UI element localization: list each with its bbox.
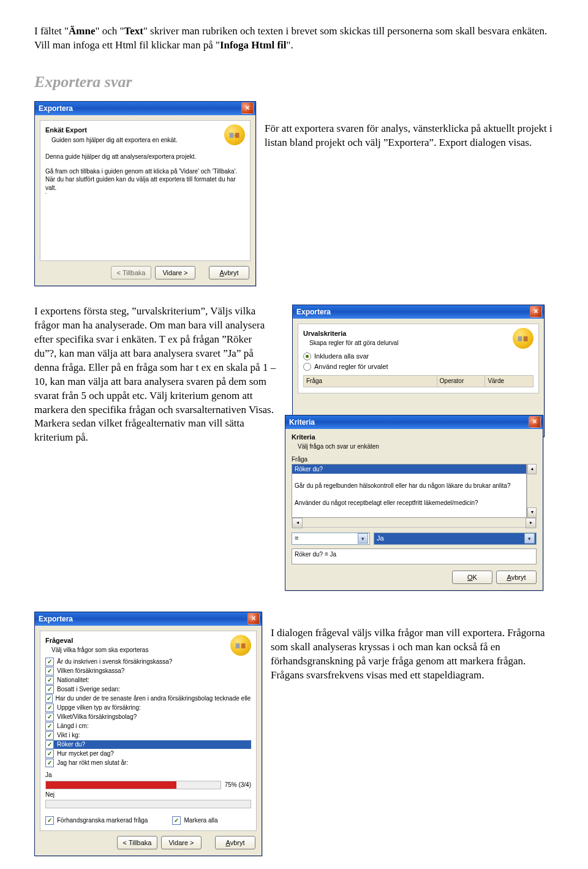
ok-button[interactable]: OK — [452, 571, 492, 584]
list-item-label: Längd i cm: — [57, 722, 89, 730]
close-icon[interactable]: × — [529, 416, 541, 428]
checkbox-icon[interactable]: ✓ — [45, 713, 54, 721]
value-dropdown[interactable]: Ja ▾ — [374, 533, 537, 545]
list-item[interactable]: ✓Vilken försäkringskassa? — [45, 667, 251, 675]
list-item-label: Uppge vilken typ av försäkring: — [57, 704, 141, 712]
radio-include-all[interactable]: Inkludera alla svar — [303, 352, 533, 361]
radio-use-rules[interactable]: Använd regler för urvalet — [303, 362, 533, 371]
checkbox-icon[interactable]: ✓ — [45, 694, 53, 703]
scroll-up-icon[interactable]: ▴ — [527, 464, 537, 474]
close-icon[interactable]: × — [241, 102, 254, 114]
dropdown-value: Ja — [377, 534, 384, 543]
operator-dropdown[interactable]: = ▾ — [292, 533, 370, 545]
titlebar[interactable]: Kriteria × — [285, 416, 543, 429]
frageval-dialog: Exportera × Frågeval Välj vilka frågor s… — [34, 612, 262, 856]
chart-label-nej: Nej — [45, 791, 251, 799]
cancel-button[interactable]: Avbryt — [215, 836, 255, 849]
percent-label: 75% (3/4) — [225, 781, 251, 789]
text-bold: Ämne — [69, 25, 95, 37]
back-button[interactable]: < Tillbaka — [117, 836, 157, 849]
list-item[interactable] — [292, 474, 526, 481]
frageval-heading: Frågeval — [45, 636, 251, 645]
chevron-down-icon: ▾ — [524, 533, 535, 544]
paragraph-frageval: I dialogen frågeval väljs vilka frågor m… — [271, 626, 554, 683]
list-item-label: Nationalitet: — [57, 676, 89, 685]
list-item[interactable]: ✓Röker du? — [45, 740, 251, 749]
svg-rect-5 — [241, 643, 246, 648]
chevron-down-icon: ▾ — [358, 533, 368, 544]
checkbox-icon[interactable]: ✓ — [45, 658, 54, 666]
checkbox-mark-all[interactable]: ✓ Markera alla — [172, 816, 217, 825]
svg-rect-1 — [235, 133, 239, 138]
checkbox-icon[interactable]: ✓ — [45, 676, 54, 685]
close-icon[interactable]: × — [247, 613, 260, 624]
titlebar[interactable]: Exportera × — [293, 305, 544, 319]
wizard-text-2: Gå fram och tillbaka i guiden genom att … — [45, 167, 245, 176]
list-item[interactable]: ✓Uppge vilken typ av försäkring: — [45, 704, 251, 712]
scroll-right-icon[interactable]: ▸ — [526, 518, 536, 528]
list-item[interactable]: ✓Vikt i kg: — [45, 731, 251, 740]
svg-rect-0 — [230, 133, 234, 138]
list-item[interactable]: ✓Bosatt i Sverige sedan: — [45, 685, 251, 694]
checkbox-icon[interactable]: ✓ — [45, 749, 54, 758]
back-button[interactable]: < Tillbaka — [111, 266, 151, 279]
column-header-operator[interactable]: Operator — [437, 376, 486, 387]
titlebar[interactable]: Exportera × — [35, 612, 262, 626]
list-item[interactable] — [292, 491, 526, 498]
radio-label: Inkludera alla svar — [314, 352, 369, 361]
list-item[interactable]: Röker du? — [292, 465, 526, 474]
list-item[interactable]: ✓Längd i cm: — [45, 722, 251, 730]
column-header-fraga[interactable]: Fråga — [304, 376, 437, 387]
checkbox-icon[interactable]: ✓ — [45, 667, 54, 675]
list-item-label: Vilken försäkringskassa? — [57, 667, 124, 675]
radio-label: Använd regler för urvalet — [314, 362, 388, 371]
column-header-varde[interactable]: Värde — [485, 376, 533, 387]
checkbox-icon[interactable]: ✓ — [45, 731, 54, 740]
cancel-button[interactable]: Avbryt — [209, 266, 249, 279]
export-icon — [513, 328, 533, 349]
list-item[interactable]: ✓Vilket/Vilka försäkringsbolag? — [45, 713, 251, 721]
scroll-down-icon[interactable]: ▾ — [527, 507, 537, 518]
scroll-left-icon[interactable]: ◂ — [292, 518, 303, 528]
list-item[interactable]: ✓Har du under de tre senaste åren i andr… — [45, 694, 251, 703]
dialog-title: Kriteria — [289, 417, 315, 427]
checkbox-icon[interactable]: ✓ — [45, 685, 54, 694]
bar-nej — [45, 800, 251, 808]
label-fraga: Fråga — [292, 455, 537, 464]
list-item[interactable]: Går du på regelbunden hälsokontroll elle… — [292, 481, 526, 491]
checkbox-preview[interactable]: ✓ Förhandsgranska markerad fråga — [45, 816, 148, 825]
question-list: ✓Är du inskriven i svensk försäkringskas… — [45, 658, 251, 767]
kriteria-subheading: Välj fråga och svar ur enkäten — [298, 442, 537, 451]
next-button[interactable]: Vidare > — [161, 836, 202, 849]
list-item-label: Har du under de tre senaste åren i andra… — [56, 694, 251, 703]
list-item[interactable]: ✓Hur mycket per dag? — [45, 749, 251, 758]
titlebar[interactable]: Exportera × — [35, 102, 255, 115]
dialog-title: Exportera — [39, 104, 73, 113]
checkbox-icon[interactable]: ✓ — [45, 740, 54, 749]
cancel-button[interactable]: Avbryt — [496, 571, 537, 584]
list-item[interactable]: Använder du något receptbelagt eller rec… — [292, 498, 526, 508]
list-item-label: Vikt i kg: — [57, 731, 80, 740]
section-heading-exportera-svar: Exportera svar — [34, 71, 554, 93]
checkbox-icon[interactable]: ✓ — [45, 704, 54, 712]
list-item[interactable]: ✓Är du inskriven i svensk försäkringskas… — [45, 658, 251, 666]
list-item-label: Vilket/Vilka försäkringsbolag? — [57, 713, 137, 721]
list-item[interactable]: ✓Nationalitet: — [45, 676, 251, 685]
close-icon[interactable]: × — [530, 306, 542, 317]
dialog-title: Exportera — [39, 614, 73, 624]
wizard-text-3: När du har slutfört guiden kan du välja … — [45, 175, 245, 192]
list-item[interactable]: ✓Jag har rökt men slutat år: — [45, 759, 251, 767]
checkbox-icon[interactable]: ✓ — [45, 759, 54, 767]
list-item-label: Röker du? — [57, 740, 85, 749]
checkbox-label: Markera alla — [184, 816, 217, 825]
next-button[interactable]: Vidare > — [155, 266, 195, 279]
scrollbar[interactable]: ▴ ▾ — [527, 464, 537, 518]
checkbox-icon[interactable]: ✓ — [45, 722, 54, 730]
chart-label-ja: Ja — [45, 771, 251, 780]
btn-label: vbryt — [224, 269, 239, 276]
kriteria-dialog: Kriteria × Kriteria Välj fråga och svar … — [285, 415, 543, 591]
paragraph-urvalskriterium: I exportens första steg, ”urvalskriteriu… — [34, 305, 276, 445]
svg-rect-4 — [236, 643, 240, 648]
list-item-label: Är du inskriven i svensk försäkringskass… — [57, 658, 172, 666]
export-icon — [230, 635, 251, 656]
